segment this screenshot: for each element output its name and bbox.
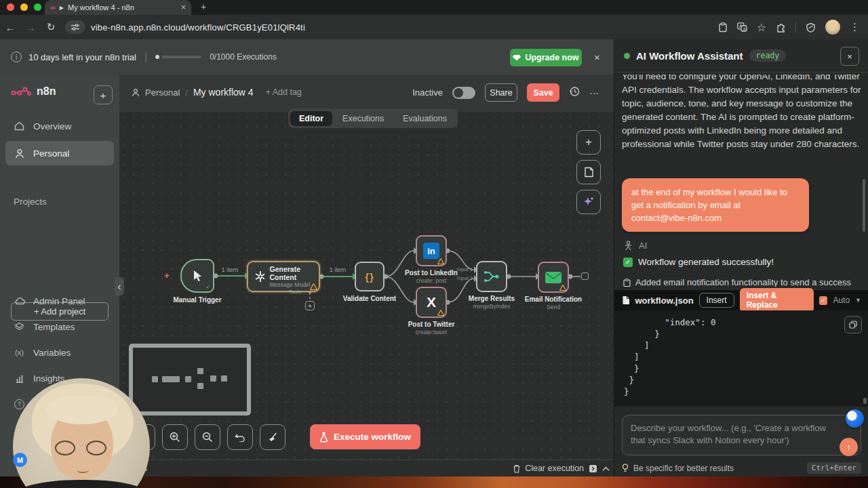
add-sticky-note-button[interactable] — [576, 160, 601, 184]
ai-assistant-button[interactable] — [576, 190, 601, 214]
node-email-notification[interactable] — [538, 262, 569, 293]
robot-icon — [624, 241, 633, 251]
new-workflow-button[interactable]: + — [94, 85, 113, 104]
browser-tab[interactable]: ∞ ▶ My workflow 4 - n8n × — [45, 0, 191, 15]
upgrade-now-button[interactable]: Upgrade now — [510, 49, 582, 66]
shield-extension-icon[interactable] — [806, 22, 816, 33]
tidy-up-button[interactable] — [260, 424, 285, 450]
clipboard-icon[interactable] — [718, 22, 728, 33]
translate-icon[interactable]: Aあ — [737, 22, 747, 32]
reload-icon[interactable]: ↻ — [41, 21, 61, 33]
add-node-button[interactable]: + — [576, 130, 601, 155]
screen: ∞ ▶ My workflow 4 - n8n × + ← → ↻ vibe-n… — [0, 0, 868, 488]
tab-executions[interactable]: Executions — [334, 111, 393, 126]
node-merge-results[interactable] — [476, 261, 507, 292]
executions-progress-dot — [155, 55, 159, 59]
banner-close-icon[interactable]: × — [594, 52, 600, 63]
node-post-to-linkedin[interactable]: in — [416, 235, 447, 266]
sidebar-item-admin-panel[interactable]: Admin Panel — [0, 291, 119, 310]
share-button[interactable]: Share — [485, 83, 517, 102]
clipboard-small-icon — [623, 279, 631, 287]
tab-title: My workflow 4 - n8n — [68, 3, 177, 12]
sidebar-item-personal[interactable]: Personal — [5, 141, 114, 165]
new-tab-button[interactable]: + — [201, 1, 206, 12]
browser-menu-icon[interactable]: ⋮ — [850, 21, 860, 33]
add-tag-button[interactable]: + Add tag — [266, 87, 302, 97]
assistant-footer: Be specific for better results Ctrl+Ente… — [614, 460, 868, 476]
breadcrumb-project[interactable]: Personal — [145, 87, 180, 98]
magnifier-plus-icon — [170, 432, 180, 443]
toolbar-divider — [795, 22, 796, 33]
insert-button[interactable]: Insert — [699, 293, 734, 308]
browser-profile-avatar[interactable] — [825, 20, 840, 35]
sidebar-item-variables[interactable]: (x) Variables — [0, 343, 119, 362]
clear-execution-button[interactable]: Clear execution — [513, 464, 584, 473]
node-validate-content[interactable]: {} — [355, 262, 384, 291]
sparkle-icon — [583, 196, 595, 208]
sidebar-collapse-button[interactable]: ‹ — [115, 277, 124, 296]
copy-code-button[interactable] — [844, 316, 862, 333]
close-tab-icon[interactable]: × — [181, 3, 186, 12]
node-manual-trigger[interactable]: ✓ — [180, 259, 214, 293]
maximize-window-button[interactable] — [34, 3, 41, 11]
minimize-window-button[interactable] — [20, 3, 28, 11]
success-check-icon: ✓ — [205, 284, 210, 290]
broom-icon — [267, 432, 278, 443]
trial-banner: i 10 days left in your n8n trial | 0/100… — [0, 39, 614, 75]
sidebar-item-label: Overview — [33, 121, 71, 131]
add-tool-button[interactable]: + — [305, 301, 315, 310]
active-toggle[interactable] — [452, 87, 475, 99]
warning-triangle-icon — [559, 285, 566, 291]
variables-icon: (x) — [14, 348, 25, 357]
sidebar-item-overview[interactable]: Overview — [0, 117, 119, 136]
execute-workflow-button[interactable]: Execute workflow — [310, 424, 420, 449]
sidebar-item-label: Personal — [33, 148, 69, 159]
more-options-icon[interactable]: ··· — [589, 87, 599, 98]
envelope-icon — [545, 271, 562, 284]
ai-author-row: AI — [624, 241, 647, 251]
assistant-title: AI Workflow Assistant — [636, 50, 743, 62]
n8n-logo[interactable]: n8n — [11, 85, 56, 98]
forward-icon[interactable]: → — [20, 22, 41, 33]
undo-button[interactable] — [227, 424, 253, 450]
code-panel-header: workflow.json Insert Insert & Replace ✓ … — [614, 290, 868, 310]
site-info-button[interactable] — [65, 20, 85, 34]
chevron-down-icon[interactable]: ▼ — [855, 297, 861, 304]
home-icon — [14, 121, 25, 131]
window-controls[interactable] — [7, 3, 41, 11]
trigger-input-plus-icon[interactable]: + — [164, 270, 170, 281]
node-post-to-twitter[interactable]: X — [416, 287, 447, 318]
send-button[interactable]: ↑ — [840, 438, 858, 456]
extensions-puzzle-icon[interactable] — [776, 22, 786, 33]
workflow-history-icon[interactable] — [569, 86, 580, 99]
node-title: Generate Content — [269, 265, 319, 281]
chat-input[interactable]: Describe your workflow... (e.g., 'Create… — [622, 415, 861, 455]
tab-evaluations[interactable]: Evaluations — [394, 111, 456, 126]
bookmark-star-icon[interactable]: ☆ — [757, 21, 766, 34]
tab-editor[interactable]: Editor — [290, 111, 332, 126]
extension-badge-icon[interactable] — [846, 409, 864, 428]
canvas-minimap[interactable] — [129, 344, 251, 415]
zoom-in-button[interactable] — [162, 424, 188, 450]
insert-replace-button[interactable]: Insert & Replace — [740, 288, 814, 312]
assistant-scrollbar[interactable] — [863, 179, 865, 232]
close-window-button[interactable] — [7, 3, 14, 11]
url-field[interactable]: vibe-n8n.app.n8n.cloud/workflow/CRGB1yE0… — [91, 22, 718, 33]
back-icon[interactable]: ← — [0, 22, 20, 33]
sidebar-item-templates[interactable]: Templates — [0, 317, 119, 336]
assistant-close-button[interactable]: × — [840, 47, 859, 66]
zoom-out-button[interactable] — [195, 424, 220, 450]
workflow-title[interactable]: My workflow 4 — [193, 87, 254, 98]
logs-bar[interactable]: Logs Clear execution — [119, 460, 614, 476]
workflow-canvas[interactable]: Personal / My workflow 4 + Add tag Inact… — [119, 75, 614, 476]
info-icon: i — [11, 52, 22, 62]
node-label: Manual Trigger — [157, 296, 238, 304]
node-generate-content[interactable]: Generate Content Message Model — [247, 261, 320, 292]
warning-triangle-icon — [437, 310, 444, 316]
auto-checkbox[interactable]: ✓ — [819, 296, 827, 305]
open-logs-panel-icon[interactable] — [589, 464, 597, 473]
code-viewer[interactable]: "index": 0 } ] ] } } } — [614, 310, 868, 407]
expand-logs-chevron-icon[interactable] — [602, 466, 610, 471]
save-button[interactable]: Save — [527, 83, 559, 102]
code-scrollbar[interactable] — [863, 398, 867, 404]
